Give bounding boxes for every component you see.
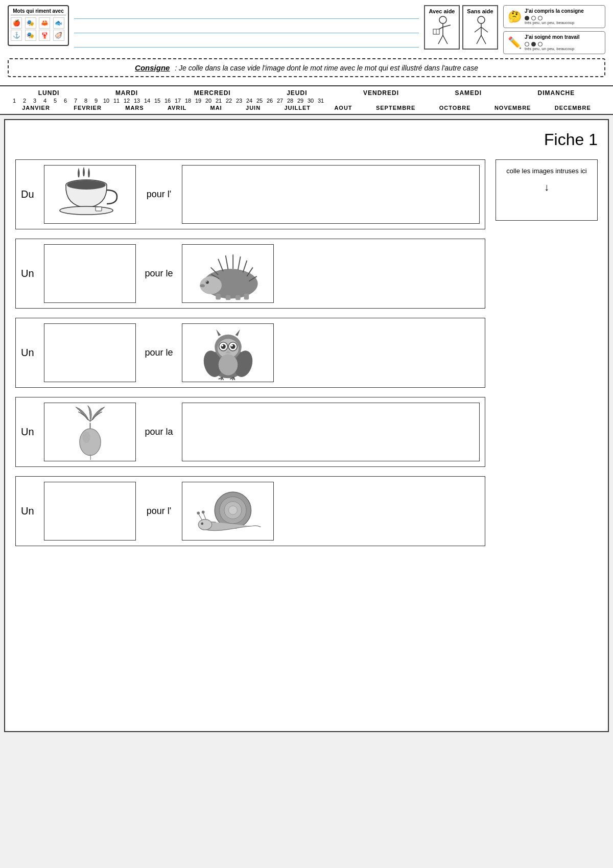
- mots-qui-title: Mots qui riment avec: [11, 8, 66, 15]
- writing-line-2[interactable]: [74, 22, 419, 33]
- article-4: Un: [21, 426, 39, 438]
- colle-label: colle les images intruses ici: [502, 166, 591, 176]
- mots-icons-grid: 🍎 🎭 🦀 🐟 ⚓ 🎭 🦞 🦪: [11, 17, 66, 41]
- sans-aide-box: Sans aide: [462, 5, 498, 50]
- svg-point-29: [205, 280, 208, 284]
- svg-point-8: [478, 16, 485, 24]
- rating-box-1: 🤔 J'ai compris la consigne très peu, un …: [503, 5, 605, 28]
- rating-dots-2: [525, 42, 601, 46]
- exercise-row-4: Un: [15, 397, 485, 467]
- numbers-row: 1 2 3 4 5 6 7 8 9 10 11 12 13 14 15 16 1…: [10, 98, 603, 104]
- icon-apple: 🍎: [11, 17, 22, 29]
- avec-aide-figure: [428, 16, 458, 46]
- icon-mask2: 🎭: [25, 30, 36, 41]
- icon-anchor: ⚓: [11, 30, 22, 41]
- svg-point-15: [67, 180, 106, 190]
- num-29: 29: [296, 98, 304, 104]
- num-23: 23: [235, 98, 243, 104]
- num-16: 16: [163, 98, 172, 104]
- dot-1a[interactable]: [525, 16, 529, 20]
- num-4: 4: [41, 98, 49, 104]
- svg-line-56: [233, 377, 234, 380]
- snail-svg: [188, 484, 268, 539]
- mots-qui-box: Mots qui riment avec 🍎 🎭 🦀 🐟 ⚓ 🎭 🦞 🦪: [8, 5, 69, 46]
- month-juin: JUIN: [246, 105, 261, 111]
- exercise-row-1: Du: [15, 159, 485, 229]
- answer-box-4[interactable]: [182, 403, 480, 461]
- month-fevrier: FEVRIER: [74, 105, 102, 111]
- num-8: 8: [82, 98, 90, 104]
- day-vendredi: VENDREDI: [363, 89, 399, 97]
- image-box-2-hedgehog: [182, 244, 274, 303]
- rows-column: Du: [15, 159, 485, 546]
- sans-aide-svg: [467, 16, 496, 46]
- month-septembre: SEPTEMBRE: [376, 105, 415, 111]
- writing-line-1[interactable]: [74, 8, 419, 19]
- dot-2c[interactable]: [538, 42, 543, 46]
- fiche-title: Fiche 1: [544, 130, 598, 149]
- writing-line-3[interactable]: [74, 36, 419, 48]
- month-octobre: OCTOBRE: [439, 105, 471, 111]
- rating-dots-1: [525, 16, 601, 20]
- months-row: JANVIER FEVRIER MARS AVRIL MAI JUIN JUIL…: [10, 105, 603, 111]
- owl-svg: [188, 325, 268, 381]
- svg-point-45: [221, 344, 225, 348]
- hedgehog-svg: [188, 246, 268, 301]
- svg-point-47: [221, 344, 223, 346]
- month-mars: MARS: [125, 105, 144, 111]
- image-box-5-empty[interactable]: [44, 482, 136, 541]
- dot-2b[interactable]: [531, 42, 536, 46]
- svg-line-5: [443, 35, 447, 44]
- svg-point-16: [60, 206, 113, 215]
- num-28: 28: [286, 98, 294, 104]
- image-box-5-snail: [182, 482, 274, 541]
- num-14: 14: [143, 98, 151, 104]
- svg-line-4: [438, 35, 443, 44]
- num-3: 3: [31, 98, 39, 104]
- colle-arrow: ↓: [502, 179, 591, 195]
- month-janvier: JANVIER: [22, 105, 50, 111]
- num-5: 5: [51, 98, 59, 104]
- num-11: 11: [112, 98, 121, 104]
- exercise-row-5: Un pour l': [15, 476, 485, 546]
- month-mai: MAI: [210, 105, 222, 111]
- image-box-4-radish: [44, 403, 136, 461]
- num-10: 10: [102, 98, 110, 104]
- image-box-2-empty[interactable]: [44, 244, 136, 303]
- svg-line-3: [443, 25, 451, 27]
- svg-line-20: [225, 255, 228, 269]
- svg-line-53: [222, 377, 223, 380]
- icon-fish: 🐟: [53, 17, 64, 29]
- rating-content-2: J'ai soigné mon travail très peu, un peu…: [525, 34, 601, 51]
- month-avril: AVRIL: [168, 105, 186, 111]
- svg-point-67: [197, 511, 200, 514]
- rating-panel: 🤔 J'ai compris la consigne très peu, un …: [503, 5, 605, 54]
- svg-point-68: [201, 510, 204, 513]
- pour-label-1: pour l': [141, 189, 177, 200]
- rating-title-2: J'ai soigné mon travail: [525, 34, 601, 40]
- num-6: 6: [61, 98, 69, 104]
- image-box-3-empty[interactable]: [44, 323, 136, 382]
- svg-point-30: [206, 281, 207, 282]
- svg-line-65: [198, 513, 202, 520]
- dot-1b[interactable]: [531, 16, 536, 20]
- answer-box-1[interactable]: [182, 165, 480, 224]
- rating-content-1: J'ai compris la consigne très peu, un pe…: [525, 8, 601, 25]
- svg-point-63: [228, 506, 237, 514]
- svg-line-19: [218, 259, 223, 271]
- dot-1c[interactable]: [538, 16, 543, 20]
- avec-aide-box: Avec aide: [424, 5, 460, 50]
- svg-rect-17: [96, 207, 102, 211]
- dot-2a[interactable]: [525, 42, 529, 46]
- num-17: 17: [174, 98, 182, 104]
- pour-label-4: pour la: [141, 427, 177, 437]
- svg-point-64: [198, 519, 211, 530]
- image-box-1: [44, 165, 136, 224]
- header-row: Mots qui riment avec 🍎 🎭 🦀 🐟 ⚓ 🎭 🦞 🦪 Ave…: [8, 5, 605, 54]
- article-2: Un: [21, 268, 39, 279]
- consigne-text: Consigne : Je colle dans la case vide l'…: [16, 63, 597, 72]
- svg-line-22: [238, 256, 240, 270]
- svg-line-66: [203, 512, 206, 520]
- num-20: 20: [204, 98, 213, 104]
- side-column: colle les images intruses ici ↓: [496, 159, 598, 546]
